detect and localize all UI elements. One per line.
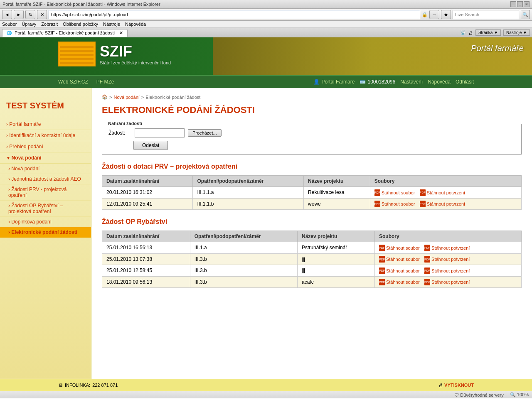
prv-row1-potvrzeni-link[interactable]: PDF Stáhnout potvrzení bbox=[420, 189, 465, 196]
web-szif-link[interactable]: Web SZIF.CZ bbox=[58, 79, 88, 85]
szif-navbar: Web SZIF.CZ PF MZe 👤 Portal Farmare 🪪 10… bbox=[0, 75, 532, 88]
rybarstvi-section-heading: Žádost OP Rybářství bbox=[102, 218, 522, 226]
go-button[interactable]: → bbox=[429, 10, 439, 19]
address-bar[interactable] bbox=[49, 10, 420, 19]
active-tab[interactable]: 🌐 Portál farmáře SZIF - Elektronické pod… bbox=[2, 29, 128, 37]
user-id: 1000182096 bbox=[367, 79, 395, 85]
browse-button[interactable]: Procházet... bbox=[188, 129, 222, 137]
prv-col-opatreni: Opatření/podopatření/záměr bbox=[193, 176, 304, 187]
menu-oblibene[interactable]: Oblíbené položky bbox=[63, 22, 98, 27]
submit-button[interactable]: Odeslat bbox=[133, 141, 168, 150]
ryb-row4-potvrzeni-link[interactable]: PDF Stáhnout potvrzení bbox=[424, 279, 470, 285]
ryb-col-soubory: Soubory bbox=[374, 231, 521, 242]
security-label: Důvěryhodné servery bbox=[460, 393, 504, 398]
ryb-row3-projekt: jjj bbox=[297, 265, 374, 277]
menu-zobrazit[interactable]: Zobrazit bbox=[41, 22, 58, 27]
pf-mze-link[interactable]: PF MZe bbox=[96, 79, 114, 85]
tab-close-icon[interactable]: ✕ bbox=[119, 30, 123, 35]
pdf-icon-7: PDF bbox=[379, 256, 385, 263]
ryb-col-opatreni: Opatření/podopatření/záměr bbox=[190, 231, 297, 242]
prv-row1-datum: 20.01.2010 16:31:02 bbox=[102, 187, 193, 199]
content-area: 🏠 > Nová podání > Elektronické podání žá… bbox=[91, 88, 532, 379]
id-icon: 🪪 bbox=[360, 79, 366, 85]
ryb-row3-datum: 25.01.2010 12:58:45 bbox=[102, 265, 190, 277]
upload-row: Žádost: Procházet... bbox=[108, 128, 515, 137]
sidebar-item-identifikacni[interactable]: Identifikační a kontaktní údaje bbox=[0, 130, 91, 141]
sidebar-item-prehled-podani[interactable]: Přehled podání bbox=[0, 141, 91, 152]
nastroje-label: Nástroje bbox=[506, 30, 522, 35]
sidebar-sub-elektronicke[interactable]: Elektronické podání žádosti bbox=[0, 227, 91, 238]
stranka-button[interactable]: Stránka ▼ bbox=[475, 29, 501, 36]
prv-row1-soubor-link[interactable]: PDF Stáhnout soubor bbox=[374, 189, 415, 196]
prv-col-datum: Datum zaslání/nahrání bbox=[102, 176, 193, 187]
print-link[interactable]: VYTISKNOUT bbox=[444, 383, 474, 388]
ryb-row3-soubor-link[interactable]: PDF Stáhnout soubor bbox=[379, 268, 420, 274]
prv-row1-soubory: PDF Stáhnout soubor PDF Stáhnout potvrze… bbox=[370, 187, 521, 199]
odhlasit-link[interactable]: Odhlásit bbox=[456, 79, 474, 85]
ryb-row1-soubor-link[interactable]: PDF Stáhnout soubor bbox=[379, 245, 420, 251]
prv-row1-opatreni: III.1.1.a bbox=[193, 187, 304, 199]
statusbar-right: 🛡 Důvěryhodné servery 🔍 100% bbox=[454, 392, 529, 398]
rss-icon[interactable]: 📡 bbox=[460, 30, 466, 35]
pdf-icon-4: PDF bbox=[420, 201, 426, 207]
ryb-row1-opatreni: III.1.a bbox=[190, 242, 297, 254]
pdf-icon-11: PDF bbox=[379, 279, 385, 285]
menu-soubor[interactable]: Soubor bbox=[2, 22, 17, 27]
szif-logo-box bbox=[58, 42, 96, 66]
page-title: ELEKTRONICKÉ PODÁNÍ ŽÁDOSTI bbox=[102, 105, 522, 115]
back-button[interactable]: ◄ bbox=[2, 10, 12, 19]
close-button[interactable]: ✕ bbox=[524, 1, 530, 7]
infolinka-label: INFOLINKA: bbox=[65, 383, 90, 388]
ryb-row2-projekt: jjj bbox=[297, 253, 374, 265]
table-row: 25.01.2010 12:58:45 III.3.b jjj PDF Stáh… bbox=[102, 265, 522, 277]
napoveda-link[interactable]: Nápověda bbox=[428, 79, 451, 85]
prv-row2-soubor-link[interactable]: PDF Stáhnout soubor bbox=[374, 201, 415, 207]
lock-icon: 🔒 bbox=[422, 12, 428, 17]
breadcrumb-nova-podani[interactable]: Nová podání bbox=[113, 95, 139, 100]
prv-table: Datum zaslání/nahrání Opatření/podopatře… bbox=[102, 175, 522, 210]
ryb-row3-potvrzeni-link[interactable]: PDF Stáhnout potvrzení bbox=[424, 268, 470, 274]
sidebar-sub-jednotna-zadost[interactable]: Jednotná žádost a žádosti AEO bbox=[0, 174, 91, 184]
sidebar-title: TEST SYSTÉM bbox=[0, 96, 91, 119]
nastroje-button[interactable]: Nástroje ▼ bbox=[503, 29, 530, 36]
forward-button[interactable]: ► bbox=[14, 10, 24, 19]
print-icon[interactable]: 🖨 bbox=[468, 30, 473, 35]
upload-label: Žádost: bbox=[108, 130, 131, 136]
refresh-button[interactable]: ↻ bbox=[25, 10, 35, 19]
breadcrumb-separator-1: > bbox=[109, 95, 112, 100]
minimize-button[interactable]: _ bbox=[510, 1, 516, 7]
szif-logo-text: SZIF bbox=[100, 43, 171, 60]
sidebar-sub-zadosti-op[interactable]: Žádosti OP Rybářství – projektová opatře… bbox=[0, 201, 91, 217]
window-controls[interactable]: _ □ ✕ bbox=[510, 1, 530, 7]
home-icon[interactable]: 🏠 bbox=[102, 94, 108, 100]
ryb-row1-potvrzeni-link[interactable]: PDF Stáhnout potvrzení bbox=[424, 245, 470, 251]
breadcrumb-separator-2: > bbox=[141, 95, 144, 100]
search-button[interactable]: 🔍 bbox=[521, 10, 530, 19]
ryb-row2-potvrzeni-link[interactable]: PDF Stáhnout potvrzení bbox=[424, 256, 470, 263]
portal-farmare-link[interactable]: Portal Farmare bbox=[321, 79, 355, 85]
sidebar-sub-nova-podani[interactable]: Nová podání bbox=[0, 164, 91, 174]
search-input[interactable] bbox=[453, 10, 519, 19]
prv-col-projekt: Název projektu bbox=[304, 176, 370, 187]
upload-file-input[interactable] bbox=[135, 128, 185, 137]
stranka-label: Stránka bbox=[478, 30, 493, 35]
menu-napoveda[interactable]: Nápověda bbox=[125, 22, 146, 27]
ryb-row2-soubor-link[interactable]: PDF Stáhnout soubor bbox=[379, 256, 420, 263]
add-favorite-button[interactable]: ★ bbox=[441, 10, 451, 19]
prv-row2-potvrzeni-link[interactable]: PDF Stáhnout potvrzení bbox=[420, 201, 465, 207]
maximize-button[interactable]: □ bbox=[517, 1, 523, 7]
sidebar: TEST SYSTÉM Portál farmáře Identifikační… bbox=[0, 88, 91, 379]
sidebar-item-portal-farmare[interactable]: Portál farmáře bbox=[0, 119, 91, 130]
ryb-row1-datum: 25.01.2010 16:56:13 bbox=[102, 242, 190, 254]
sidebar-section-nova-podani[interactable]: Nová podání bbox=[0, 152, 91, 164]
infolinka-number: 222 871 871 bbox=[92, 383, 118, 388]
nastaveni-link[interactable]: Nastavení bbox=[400, 79, 423, 85]
menu-upravy[interactable]: Úpravy bbox=[22, 22, 36, 27]
ryb-row4-soubor-link[interactable]: PDF Stáhnout soubor bbox=[379, 279, 420, 285]
browser-statusbar: 🛡 Důvěryhodné servery 🔍 100% bbox=[0, 391, 532, 398]
szif-subtitle: Státní zemědělský intervenční fond bbox=[100, 60, 171, 65]
sidebar-sub-zadosti-prv[interactable]: Žádosti PRV - projektová opatření bbox=[0, 184, 91, 201]
stop-button[interactable]: ✕ bbox=[37, 10, 47, 19]
sidebar-sub-doplnkova[interactable]: Doplňková podání bbox=[0, 217, 91, 227]
menu-nastroje[interactable]: Nástroje bbox=[103, 22, 120, 27]
